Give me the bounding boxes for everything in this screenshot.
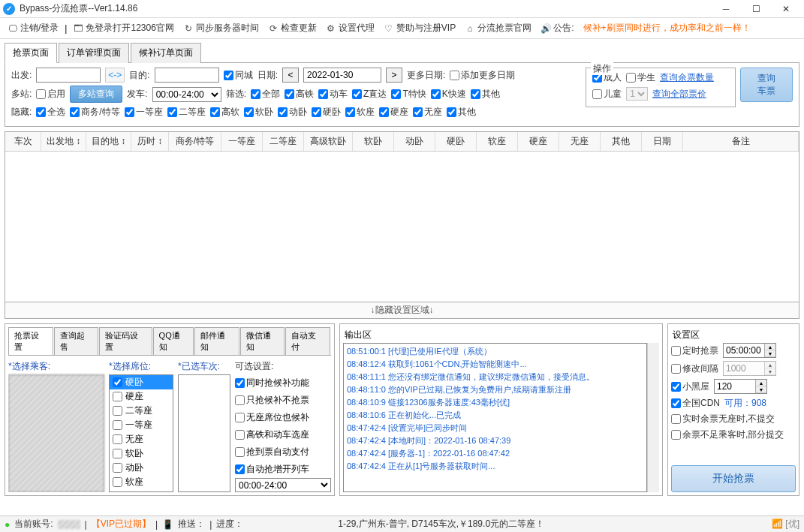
child-count-select[interactable]: 1 — [626, 87, 648, 101]
depart-time-select[interactable]: 00:00-24:00 — [152, 87, 221, 102]
interval-checkbox[interactable]: 修改间隔 — [671, 362, 718, 375]
hide-all[interactable]: 全选 — [36, 106, 65, 119]
sync-time-button[interactable]: ↻同步服务器时间 — [180, 22, 262, 35]
hide-qt[interactable]: 其他 — [447, 106, 476, 119]
filter-other[interactable]: 其他 — [471, 88, 500, 101]
filter-kuaisu[interactable]: K快速 — [431, 88, 466, 101]
col-sw[interactable]: 商务/特等 — [169, 132, 221, 151]
student-checkbox[interactable]: 学生 — [626, 71, 655, 84]
hide-ed[interactable]: 二等座 — [167, 106, 206, 119]
filter-tekuai[interactable]: T特快 — [391, 88, 426, 101]
col-yw[interactable]: 硬卧 — [435, 132, 477, 151]
hide-yw[interactable]: 硬卧 — [312, 106, 341, 119]
blackhouse-spin[interactable]: ▲▼ — [714, 379, 767, 394]
query-ticket-button[interactable]: 查询车票 — [740, 68, 793, 102]
timed-checkbox[interactable]: 定时抢票 — [671, 344, 718, 357]
next-date-button[interactable]: > — [386, 68, 402, 83]
hide-rw[interactable]: 软卧 — [244, 106, 273, 119]
subtab-autopay[interactable]: 自动支付 — [285, 327, 330, 355]
seat-item[interactable]: 二等座 — [110, 404, 173, 418]
subtab-qq[interactable]: QQ通知 — [153, 327, 194, 355]
realtime-checkbox[interactable]: 实时余票无座时,不提交 — [671, 413, 775, 425]
maximize-button[interactable]: ☐ — [741, 0, 771, 18]
col-rz[interactable]: 软座 — [477, 132, 518, 151]
hide-sw[interactable]: 商务/特等 — [70, 106, 119, 119]
hide-yd[interactable]: 一等座 — [125, 106, 163, 119]
selected-train-listbox[interactable] — [178, 374, 230, 492]
collapse-settings-bar[interactable]: ↓隐藏设置区域↓ — [5, 302, 799, 319]
seat-item[interactable]: 硬座 — [110, 389, 173, 404]
col-yd[interactable]: 一等座 — [221, 132, 263, 151]
prev-date-button[interactable]: < — [282, 68, 299, 83]
seat-item[interactable]: 无座 — [110, 432, 173, 446]
subtab-wechat[interactable]: 微信通知 — [240, 327, 285, 355]
seat-listbox[interactable]: 硬卧 硬座 二等座 一等座 无座 软卧 动卧 软座 商务座 特等座 — [109, 374, 173, 492]
seat-item[interactable]: 商务座 — [110, 489, 173, 492]
col-dw[interactable]: 动卧 — [394, 132, 435, 151]
subtab-presale[interactable]: 查询起售 — [54, 327, 99, 355]
hide-rz[interactable]: 软座 — [345, 106, 375, 119]
check-update-button[interactable]: ⟳检查更新 — [265, 22, 320, 35]
subtab-grab[interactable]: 抢票设置 — [8, 327, 53, 355]
minimize-button[interactable]: ─ — [711, 0, 741, 18]
donate-vip-button[interactable]: ♡赞助与注册VIP — [381, 22, 459, 35]
col-date[interactable]: 日期 — [642, 132, 683, 151]
seat-item[interactable]: 软卧 — [110, 446, 173, 461]
add-more-date-checkbox[interactable]: 添加更多日期 — [450, 69, 515, 82]
output-textbox[interactable]: 08:51:00:1 [代理]已使用IE代理（系统）08:48:12:4 获取到… — [343, 343, 647, 492]
multi-query-button[interactable]: 多站查询 — [70, 86, 122, 103]
output-scrollbar[interactable] — [647, 343, 659, 492]
subtab-captcha[interactable]: 验证码设置 — [99, 327, 152, 355]
depart-input[interactable] — [36, 68, 101, 83]
col-gjrw[interactable]: 高级软卧 — [304, 132, 353, 151]
col-remark[interactable]: 备注 — [683, 132, 799, 151]
col-wz[interactable]: 无座 — [559, 132, 601, 151]
col-other[interactable]: 其他 — [601, 132, 642, 151]
logout-login-button[interactable]: 🖵注销/登录 — [5, 22, 62, 35]
swap-button[interactable]: <-> — [105, 68, 125, 83]
link-ticket-price[interactable]: 查询全部票价 — [652, 88, 706, 101]
official-site-button[interactable]: ⌂分流抢票官网 — [462, 22, 534, 35]
start-grab-button[interactable]: 开始抢票 — [671, 465, 796, 492]
opt-zhihoubu[interactable]: 只抢候补不抢票 — [235, 392, 331, 409]
seat-item[interactable]: 动卧 — [110, 461, 173, 475]
subtab-mail[interactable]: 邮件通知 — [194, 327, 239, 355]
hide-wz[interactable]: 无座 — [413, 106, 442, 119]
insufficient-checkbox[interactable]: 余票不足乘客时,部分提交 — [671, 428, 784, 441]
seat-item[interactable]: 硬卧 — [110, 375, 173, 389]
opt-gtdc[interactable]: 高铁和动车选座 — [235, 426, 331, 443]
col-train[interactable]: 车次 — [5, 132, 41, 151]
filter-gaotie[interactable]: 高铁 — [285, 88, 314, 101]
tab-waitlist[interactable]: 候补订单页面 — [131, 43, 201, 63]
col-dest[interactable]: 目的地 ↕ — [86, 132, 131, 151]
hide-gr[interactable]: 高软 — [210, 106, 239, 119]
tab-orders[interactable]: 订单管理页面 — [59, 43, 129, 63]
opt-wuzuo[interactable]: 无座席位也候补 — [235, 409, 331, 426]
hide-yz[interactable]: 硬座 — [379, 106, 408, 119]
hide-dw[interactable]: 动卧 — [278, 106, 307, 119]
col-yz[interactable]: 硬座 — [518, 132, 559, 151]
col-ed[interactable]: 二等座 — [263, 132, 304, 151]
cdn-checkbox[interactable]: 全国CDN — [671, 397, 720, 410]
date-input[interactable] — [303, 68, 381, 83]
timed-value-spin[interactable]: ▲▼ — [723, 343, 776, 358]
col-depart[interactable]: 出发地 ↕ — [41, 132, 86, 151]
filter-dongche[interactable]: 动车 — [318, 88, 348, 101]
interval-spin[interactable]: ▲▼ — [723, 361, 776, 376]
opt-tongshi[interactable]: 同时抢候补功能 — [235, 374, 331, 392]
close-button[interactable]: ✕ — [771, 0, 801, 18]
opt-autoadd[interactable]: 自动抢增开列车 — [235, 461, 331, 478]
passenger-listbox[interactable] — [8, 374, 104, 492]
seat-item[interactable]: 一等座 — [110, 418, 173, 432]
col-duration[interactable]: 历时 ↕ — [131, 132, 169, 151]
filter-zhida[interactable]: Z直达 — [352, 88, 387, 101]
tab-ticket[interactable]: 抢票页面 — [5, 43, 57, 63]
opt-time-combo[interactable]: 00:00-24:00 — [235, 478, 331, 492]
proxy-button[interactable]: ⚙设置代理 — [323, 22, 378, 35]
seat-item[interactable]: 软座 — [110, 475, 173, 489]
dest-input[interactable] — [155, 68, 219, 83]
link-ticket-count[interactable]: 查询余票数量 — [660, 71, 714, 84]
enable-multi-checkbox[interactable]: 启用 — [36, 88, 65, 101]
blackhouse-checkbox[interactable]: 小黑屋 — [671, 380, 709, 393]
filter-all[interactable]: 全部 — [251, 88, 280, 101]
